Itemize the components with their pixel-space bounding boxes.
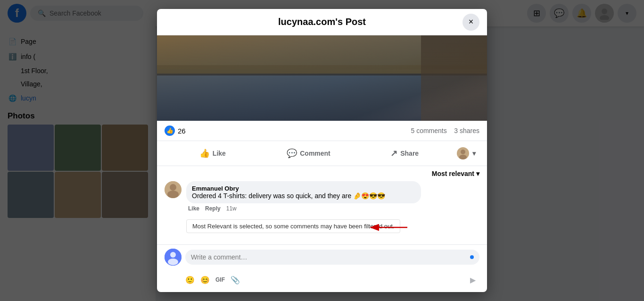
post-image xyxy=(157,35,487,121)
filter-notice-text: Most Relevant is selected, so some comme… xyxy=(192,223,394,230)
comment-tools-bar: 🙂 😊 GIF 📎 ▶ xyxy=(157,269,487,292)
online-indicator xyxy=(470,255,474,259)
modal-close-button[interactable]: × xyxy=(462,14,479,31)
svg-point-3 xyxy=(461,150,465,154)
comment-input[interactable] xyxy=(191,253,470,261)
sort-chevron-icon: ▾ xyxy=(476,170,479,177)
comment-label: Comment xyxy=(300,150,330,157)
comments-count: 5 comments xyxy=(411,127,446,134)
sort-label: Most relevant xyxy=(432,170,474,177)
modal-title: lucynaa.com's Post xyxy=(278,17,366,27)
chevron-down-icon: ▾ xyxy=(472,150,476,157)
comment-reply-action[interactable]: Reply xyxy=(205,205,221,212)
user-avatar-icon xyxy=(165,249,182,266)
svg-point-4 xyxy=(459,155,467,159)
comment-actions: Like Reply 11w xyxy=(188,205,479,212)
share-label: Share xyxy=(400,150,419,157)
sort-button[interactable]: Most relevant ▾ xyxy=(432,170,479,177)
shares-count: 3 shares xyxy=(454,127,479,134)
reaction-avatar-icon xyxy=(456,147,470,160)
commenter-avatar-icon xyxy=(165,181,182,198)
svg-point-7 xyxy=(167,191,179,198)
svg-point-6 xyxy=(170,184,176,191)
comment-bubble: Emmanuel Obry Ordered 4 T-shirts: delive… xyxy=(186,181,421,203)
modal-header: lucynaa.com's Post × xyxy=(157,9,487,35)
close-icon: × xyxy=(469,17,474,27)
comment-icon-btn: 💬 xyxy=(287,148,297,159)
comment-tool-icons: 🙂 😊 GIF 📎 xyxy=(183,273,464,286)
like-icon-btn: 👍 xyxy=(199,148,210,159)
gif-icon[interactable]: GIF xyxy=(214,273,227,286)
post-modal: lucynaa.com's Post × 👍 26 xyxy=(157,9,487,292)
current-user-avatar xyxy=(165,249,182,266)
attachment-icon[interactable]: 📎 xyxy=(229,273,242,286)
comment-button[interactable]: 💬 Comment xyxy=(261,143,357,164)
like-count-section: 👍 26 xyxy=(165,125,186,136)
like-label: Like xyxy=(213,150,226,157)
sort-row: Most relevant ▾ xyxy=(157,166,487,181)
share-button[interactable]: ↗ Share xyxy=(356,143,453,164)
write-comment-section xyxy=(157,244,487,269)
svg-point-12 xyxy=(168,259,178,265)
svg-point-11 xyxy=(170,252,176,258)
comment-input-wrap[interactable] xyxy=(185,250,479,265)
comments-section: Emmanuel Obry Ordered 4 T-shirts: delive… xyxy=(157,181,487,244)
modal-backdrop: lucynaa.com's Post × 👍 26 xyxy=(0,0,644,301)
comment-time: 11w xyxy=(226,205,237,212)
annotation-arrow-icon xyxy=(367,220,410,234)
share-icon-btn: ↗ xyxy=(390,148,397,159)
sticker-icon[interactable]: 🙂 xyxy=(183,273,197,286)
like-icon: 👍 xyxy=(165,125,175,136)
comment-author: Emmanuel Obry xyxy=(192,185,415,192)
comment-text: Ordered 4 T-shirts: delivery was so quic… xyxy=(192,192,415,200)
emoji-reaction-button[interactable]: ▾ xyxy=(453,143,479,164)
like-count-number: 26 xyxy=(178,127,186,135)
comment-avatar xyxy=(165,181,182,198)
send-button[interactable]: ▶ xyxy=(466,273,479,286)
post-stats: 👍 26 5 comments 3 shares xyxy=(157,121,487,141)
action-buttons-bar: 👍 Like 💬 Comment ↗ Share ▾ xyxy=(157,141,487,166)
like-button[interactable]: 👍 Like xyxy=(165,143,261,164)
comment-like-action[interactable]: Like xyxy=(188,205,199,212)
comment-share-counts: 5 comments 3 shares xyxy=(411,127,479,134)
emoji-icon[interactable]: 😊 xyxy=(198,273,212,286)
filter-notice-wrapper: Most Relevant is selected, so some comme… xyxy=(165,217,479,237)
comment-item: Emmanuel Obry Ordered 4 T-shirts: delive… xyxy=(165,181,479,212)
